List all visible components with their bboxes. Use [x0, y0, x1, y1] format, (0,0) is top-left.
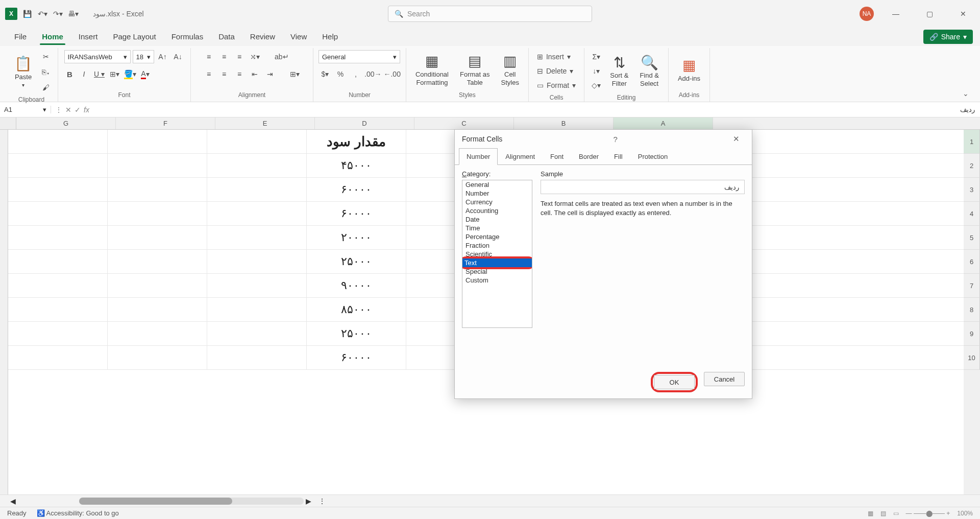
paste-button[interactable]: 📋 Paste ▾: [10, 54, 36, 90]
select-all-corner[interactable]: [0, 117, 16, 129]
font-color-button[interactable]: A▾: [139, 67, 152, 81]
decrease-indent-icon[interactable]: ⇤: [248, 67, 261, 81]
ok-button[interactable]: OK: [654, 375, 695, 389]
cat-custom[interactable]: Custom: [462, 276, 532, 285]
row-header-7[interactable]: 7: [964, 274, 980, 298]
italic-button[interactable]: I: [78, 67, 91, 81]
cat-time[interactable]: Time: [462, 224, 532, 232]
cell-d3[interactable]: ۶۰۰۰۰: [307, 178, 406, 201]
tab-insert[interactable]: Insert: [71, 29, 105, 45]
dlg-tab-protection[interactable]: Protection: [630, 148, 676, 165]
format-as-table-button[interactable]: ▤Format as Table: [456, 51, 494, 88]
increase-indent-icon[interactable]: ⇥: [263, 67, 277, 81]
insert-button[interactable]: ⊞Insert ▾: [534, 50, 579, 63]
fill-icon[interactable]: ↓▾: [590, 64, 603, 78]
col-header-b[interactable]: B: [514, 117, 614, 129]
tab-page-layout[interactable]: Page Layout: [106, 29, 163, 45]
format-button[interactable]: ▭Format ▾: [534, 79, 579, 92]
row-header-4[interactable]: 4: [964, 202, 980, 226]
decrease-decimal-icon[interactable]: ←.00: [383, 67, 400, 81]
col-header-c[interactable]: C: [414, 117, 514, 129]
percent-icon[interactable]: %: [334, 67, 347, 81]
collapse-ribbon-icon[interactable]: ⌄: [957, 85, 975, 102]
cat-special[interactable]: Special: [462, 267, 532, 276]
cell-d7[interactable]: ۹۰۰۰۰: [307, 274, 406, 297]
cat-number[interactable]: Number: [462, 189, 532, 198]
copy-icon[interactable]: ⎘▾: [39, 65, 53, 79]
category-list[interactable]: General Number Currency Accounting Date …: [462, 180, 532, 328]
cat-date[interactable]: Date: [462, 215, 532, 224]
bold-button[interactable]: B: [64, 67, 76, 81]
fx-icon[interactable]: fx: [84, 106, 89, 114]
cell-d8[interactable]: ۸۵۰۰۰: [307, 298, 406, 321]
row-header-8[interactable]: 8: [964, 298, 980, 322]
redo-icon[interactable]: ↷▾: [52, 8, 63, 19]
cell-d1[interactable]: مقدار سود: [307, 130, 406, 153]
clear-icon[interactable]: ◇▾: [590, 79, 603, 92]
dlg-tab-number[interactable]: Number: [459, 148, 498, 165]
cat-general[interactable]: General: [462, 180, 532, 189]
cancel-icon[interactable]: ✕: [65, 106, 71, 114]
view-page-icon[interactable]: ▤: [880, 510, 886, 517]
tab-help[interactable]: Help: [315, 29, 345, 45]
align-top-icon[interactable]: ≡: [202, 50, 215, 63]
cell-d5[interactable]: ۲۰۰۰۰: [307, 226, 406, 249]
delete-button[interactable]: ⊟Delete ▾: [534, 64, 579, 78]
dlg-tab-font[interactable]: Font: [543, 148, 571, 165]
col-header-f[interactable]: F: [116, 117, 215, 129]
maximize-button[interactable]: ▢: [918, 6, 941, 22]
zoom-level[interactable]: 100%: [957, 510, 973, 517]
formula-bar[interactable]: ردیف: [93, 106, 980, 113]
autosum-icon[interactable]: Σ▾: [590, 50, 603, 63]
view-normal-icon[interactable]: ▦: [868, 510, 873, 517]
dlg-tab-alignment[interactable]: Alignment: [498, 148, 543, 165]
align-bottom-icon[interactable]: ≡: [233, 50, 246, 63]
dialog-titlebar[interactable]: Format Cells ? ✕: [455, 130, 752, 148]
format-painter-icon[interactable]: 🖌: [39, 81, 53, 94]
scroll-track[interactable]: [79, 498, 304, 505]
addins-button[interactable]: ▦Add-ins: [674, 55, 704, 85]
align-right-icon[interactable]: ≡: [233, 67, 246, 81]
view-break-icon[interactable]: ▭: [893, 510, 899, 517]
merge-center-icon[interactable]: ⊞▾: [288, 67, 302, 81]
tab-file[interactable]: File: [7, 29, 34, 45]
cut-icon[interactable]: ✂: [39, 50, 53, 63]
comma-icon[interactable]: ,: [349, 67, 362, 81]
row-header-6[interactable]: 6: [964, 250, 980, 274]
font-name-combo[interactable]: IRANSansWeb▾: [64, 50, 131, 63]
cell-d4[interactable]: ۶۰۰۰۰: [307, 202, 406, 225]
dlg-tab-border[interactable]: Border: [571, 148, 606, 165]
cat-fraction[interactable]: Fraction: [462, 241, 532, 250]
cat-text[interactable]: Text: [462, 258, 532, 267]
row-header-10[interactable]: 10: [964, 346, 980, 370]
scroll-thumb[interactable]: [79, 498, 232, 505]
fill-color-button[interactable]: 🪣▾: [124, 67, 137, 81]
print-icon[interactable]: 🖶▾: [67, 8, 79, 19]
dlg-tab-fill[interactable]: Fill: [606, 148, 630, 165]
dialog-close-icon[interactable]: ✕: [728, 134, 745, 144]
tab-data[interactable]: Data: [211, 29, 242, 45]
dialog-help-icon[interactable]: ?: [607, 135, 624, 144]
currency-icon[interactable]: $▾: [318, 67, 332, 81]
horizontal-scrollbar[interactable]: ◀ ▶ ⋮: [0, 494, 980, 507]
col-header-d[interactable]: D: [315, 117, 414, 129]
cat-percentage[interactable]: Percentage: [462, 232, 532, 241]
col-header-e[interactable]: E: [215, 117, 315, 129]
row-header-3[interactable]: 3: [964, 178, 980, 202]
tab-view[interactable]: View: [283, 29, 314, 45]
enter-icon[interactable]: ✓: [75, 106, 81, 114]
font-size-combo[interactable]: 18▾: [133, 50, 154, 63]
conditional-formatting-button[interactable]: ▦Conditional Formatting: [411, 51, 453, 88]
row-header-2[interactable]: 2: [964, 154, 980, 178]
shrink-font-icon[interactable]: A↓: [172, 50, 185, 63]
cell-d9[interactable]: ۲۵۰۰۰: [307, 322, 406, 345]
align-left-icon[interactable]: ≡: [202, 67, 215, 81]
close-button[interactable]: ✕: [951, 6, 975, 22]
row-header-5[interactable]: 5: [964, 226, 980, 250]
sort-filter-button[interactable]: ⇅Sort & Filter: [606, 52, 632, 89]
grow-font-icon[interactable]: A↑: [156, 50, 169, 63]
align-center-icon[interactable]: ≡: [217, 67, 231, 81]
underline-button[interactable]: U ▾: [93, 67, 106, 81]
row-header-9[interactable]: 9: [964, 322, 980, 346]
col-header-g[interactable]: G: [16, 117, 116, 129]
